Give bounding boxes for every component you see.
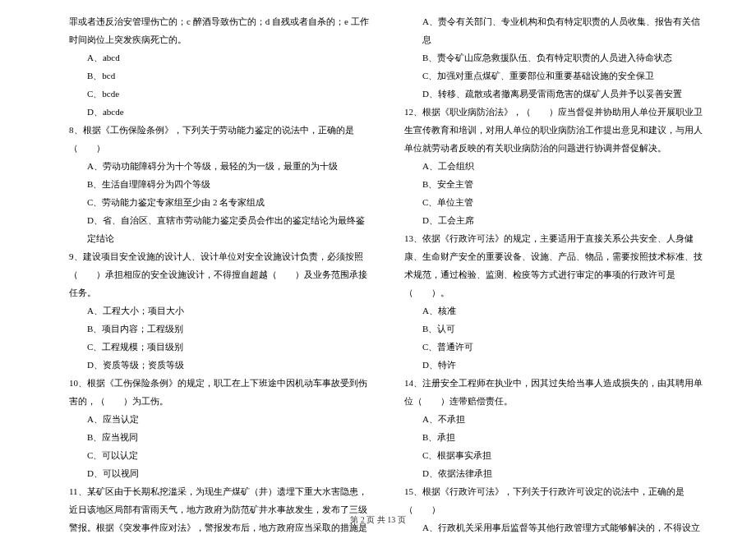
q14-option-a: A、不承担	[404, 410, 707, 428]
q8-option-c: C、劳动能力鉴定专家组至少由 2 名专家组成	[69, 193, 371, 211]
q14-option-d: D、依据法律承担	[404, 464, 707, 482]
q7-intro: 罪或者违反治安管理伤亡的；c 醉酒导致伤亡的；d 自残或者自杀的；e 工作时间岗…	[69, 12, 371, 48]
q10-stem: 10、根据《工伤保险条例》的规定，职工在上下班途中因机动车事故受到伤害的，（ ）…	[69, 374, 371, 410]
q8-option-d: D、省、自治区、直辖市劳动能力鉴定委员会作出的鉴定结论为最终鉴定结论	[69, 211, 371, 247]
q8-option-b: B、生活自理障碍分为四个等级	[69, 175, 371, 193]
page-footer: 第 2 页 共 13 页	[0, 514, 756, 526]
q11-option-d: D、转移、疏散或者撤离易受雷雨危害的煤矿人员并予以妥善安置	[404, 85, 707, 103]
q11-option-c: C、加强对重点煤矿、重要部位和重要基础设施的安全保卫	[404, 67, 707, 85]
q9-option-b: B、项目内容；工程级别	[69, 320, 371, 338]
q10-option-d: D、可以视同	[69, 464, 371, 482]
q8-stem: 8、根据《工伤保险条例》，下列关于劳动能力鉴定的说法中，正确的是（ ）	[69, 121, 371, 157]
q13-stem: 13、依据《行政许可法》的规定，主要适用于直接关系公共安全、人身健康、生命财产安…	[404, 229, 707, 302]
q13-option-b: B、认可	[404, 320, 707, 338]
q10-option-c: C、可以认定	[69, 446, 371, 464]
q11-option-a: A、责令有关部门、专业机构和负有特定职责的人员收集、报告有关信息	[404, 12, 707, 48]
q9-option-c: C、工程规模；项目级别	[69, 338, 371, 356]
q7-option-a: A、abcd	[69, 48, 371, 67]
q12-option-a: A、工会组织	[404, 157, 707, 175]
q14-option-b: B、承担	[404, 428, 707, 446]
q13-option-d: D、特许	[404, 356, 707, 374]
q9-option-a: A、工程大小；项目大小	[69, 302, 371, 320]
left-column: 罪或者违反治安管理伤亡的；c 醉酒导致伤亡的；d 自残或者自杀的；e 工作时间岗…	[69, 12, 371, 509]
q7-option-b: B、bcd	[69, 67, 371, 85]
q8-option-a: A、劳动功能障碍分为十个等级，最轻的为一级，最重的为十级	[69, 157, 371, 175]
q7-option-c: C、bcde	[69, 85, 371, 103]
q10-option-a: A、应当认定	[69, 410, 371, 428]
q14-option-c: C、根据事实承担	[404, 446, 707, 464]
q13-option-a: A、核准	[404, 302, 707, 320]
q9-stem: 9、建设项目安全设施的设计人、设计单位对安全设施设计负责，必须按照（ ）承担相应…	[69, 247, 371, 302]
q12-option-d: D、工会主席	[404, 211, 707, 229]
q11-option-b: B、责令矿山应急救援队伍、负有特定职责的人员进入待命状态	[404, 48, 707, 67]
right-column: A、责令有关部门、专业机构和负有特定职责的人员收集、报告有关信息 B、责令矿山应…	[404, 12, 707, 509]
q12-option-b: B、安全主管	[404, 175, 707, 193]
q12-option-c: C、单位主管	[404, 193, 707, 211]
q11-stem: 11、某矿区由于长期私挖滥采，为现生产煤矿（井）遗埋下重大水害隐患，近日该地区局…	[69, 482, 371, 534]
q15-stem: 15、根据《行政许可法》，下列关于行政许可设定的说法中，正确的是（ ）	[404, 482, 707, 518]
q14-stem: 14、注册安全工程师在执业中，因其过失给当事人造成损失的，由其聘用单位（ ）连带…	[404, 374, 707, 410]
q9-option-d: D、资质等级；资质等级	[69, 356, 371, 374]
q7-option-d: D、abcde	[69, 103, 371, 121]
page-content: 罪或者违反治安管理伤亡的；c 醉酒导致伤亡的；d 自残或者自杀的；e 工作时间岗…	[0, 0, 756, 534]
q13-option-c: C、普通许可	[404, 338, 707, 356]
q10-option-b: B、应当视同	[69, 428, 371, 446]
q12-stem: 12、根据《职业病防治法》，（ ）应当督促并协助用人单位开展职业卫生宣传教育和培…	[404, 103, 707, 157]
